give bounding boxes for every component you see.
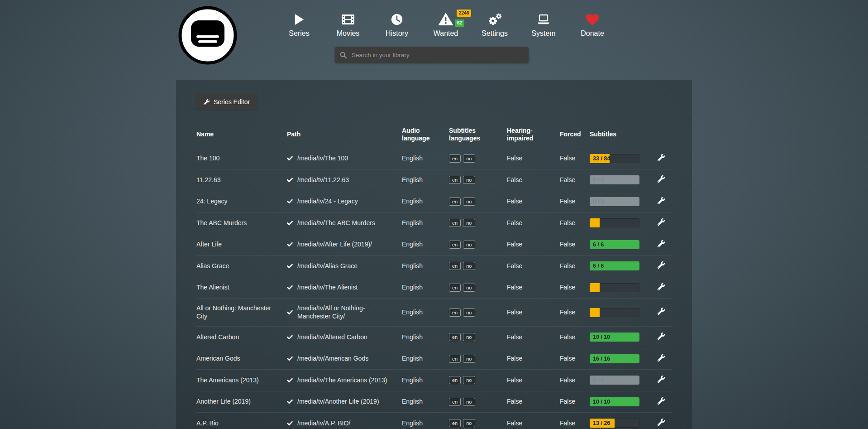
audio-language: English [402,262,423,270]
table-row: American Gods /media/tv/American Gods En… [196,348,672,370]
nav-item-settings[interactable]: Settings [470,12,519,38]
language-chip: en [449,284,461,292]
edit-series-wrench-icon[interactable] [658,154,665,161]
language-chip: no [463,284,475,292]
series-name[interactable]: Another Life (2019) [196,398,251,405]
series-name[interactable]: The Alienist [196,284,229,291]
series-name[interactable]: After Life [196,241,222,248]
check-icon [287,399,293,405]
search-input[interactable] [351,51,524,59]
series-path: /media/tv/A.P. BIO/ [297,419,350,428]
subtitles-progress-label: 10 / 10 [593,333,610,342]
series-name[interactable]: A.P. Bio [196,419,219,427]
series-name[interactable]: 11.22.63 [196,176,220,183]
nav-item-wanted[interactable]: Wanted 2246 62 [421,12,470,38]
table-row: 24: Legacy /media/tv/24 - Legacy English… [196,191,672,212]
subtitles-progress-label: 33 / 84 [593,154,610,163]
check-icon [287,155,293,161]
nav-item-system[interactable]: System [519,12,568,38]
edit-series-wrench-icon[interactable] [658,175,665,183]
subtitle-languages: enno [449,284,477,291]
subtitles-progress: 0 / 0 [590,175,639,184]
series-path: /media/tv/The Americans (2013) [297,376,387,385]
hearing-impaired-value: False [507,419,522,427]
edit-series-wrench-icon[interactable] [658,354,665,362]
check-icon [287,263,293,269]
subtitles-progress: 10 / 10 [590,397,639,406]
language-chip: no [463,333,475,341]
language-chip: no [463,262,475,270]
subtitles-progress: 13 / 26 [590,419,639,428]
edit-series-wrench-icon[interactable] [658,283,665,290]
series-name[interactable]: American Gods [196,355,240,362]
audio-language: English [402,355,423,362]
bazarr-logo-icon [178,5,238,65]
edit-series-wrench-icon[interactable] [658,333,665,340]
play-icon [275,12,324,27]
column-header-actions [652,122,672,148]
language-chip: no [463,154,475,163]
edit-series-wrench-icon[interactable] [658,419,665,426]
nav-item-movies[interactable]: Movies [324,12,372,38]
subtitles-progress: 10 / 10 [590,333,639,342]
subtitles-progress-fill [590,308,600,317]
subtitles-progress-label: 0 / 0 [593,175,604,184]
language-chip: en [449,176,461,184]
series-path: /media/tv/Altered Carbon [297,333,367,342]
edit-series-wrench-icon[interactable] [658,197,665,204]
subtitles-progress-fill [590,283,600,292]
series-name[interactable]: The 100 [196,154,219,162]
bazarr-logo[interactable] [178,5,238,65]
subtitles-progress-label: 16 / 16 [593,354,610,363]
nav-label: History [372,29,421,38]
wanted-movies-count-badge: 62 [455,19,464,27]
edit-series-wrench-icon[interactable] [658,397,665,405]
language-chip: en [449,376,461,384]
nav-item-series[interactable]: Series [275,12,324,38]
series-name[interactable]: The Americans (2013) [196,376,259,384]
edit-series-wrench-icon[interactable] [658,308,665,315]
nav-item-donate[interactable]: Donate [568,12,617,38]
subtitles-progress-label: 6 / 6 [593,261,604,270]
table-row: Altered Carbon /media/tv/Altered Carbon … [196,327,672,348]
language-chip: en [449,308,461,317]
table-header-row: Name Path Audio language Subtitles langu… [196,122,672,148]
subtitles-progress-label: 10 / 10 [593,397,610,406]
series-name[interactable]: 24: Legacy [196,198,228,205]
language-chip: en [449,198,461,206]
column-header-forced: Forced [560,122,590,148]
series-panel: Series Editor Name Path Audio language S… [176,80,692,429]
forced-value: False [560,355,575,362]
series-path: /media/tv/Alias Grace [297,262,358,270]
check-icon [287,241,293,247]
forced-value: False [560,198,575,205]
column-header-audio-language: Audio language [402,122,449,148]
edit-series-wrench-icon[interactable] [658,218,665,226]
subtitle-languages: enno [449,376,477,383]
language-chip: no [463,198,475,206]
edit-series-wrench-icon[interactable] [658,240,665,247]
series-editor-button[interactable]: Series Editor [196,94,257,110]
series-path: /media/tv/11.22.63 [297,176,349,184]
language-chip: en [449,398,461,406]
forced-value: False [560,219,575,227]
check-icon [287,198,293,204]
series-name[interactable]: The ABC Murders [196,219,247,227]
nav-item-history[interactable]: History [372,12,421,38]
series-table-body: The 100 /media/tv/The 100 English enno F… [196,148,672,429]
edit-series-wrench-icon[interactable] [658,376,665,383]
table-row: Another Life (2019) /media/tv/Another Li… [196,391,672,413]
forced-value: False [560,419,575,427]
table-row: Alias Grace /media/tv/Alias Grace Englis… [196,255,672,277]
edit-series-wrench-icon[interactable] [658,261,665,269]
series-name[interactable]: All or Nothing: Manchester City [196,304,271,320]
subtitle-languages: enno [449,419,477,426]
gears-icon [470,12,519,27]
series-name[interactable]: Alias Grace [196,262,229,270]
subtitles-progress: 33 / 84 [590,154,639,163]
subtitles-progress: 6 / 6 [590,240,639,249]
language-chip: no [463,308,475,317]
series-path: /media/tv/Another Life (2019) [297,398,379,406]
language-chip: no [463,355,475,363]
series-name[interactable]: Altered Carbon [196,333,239,341]
